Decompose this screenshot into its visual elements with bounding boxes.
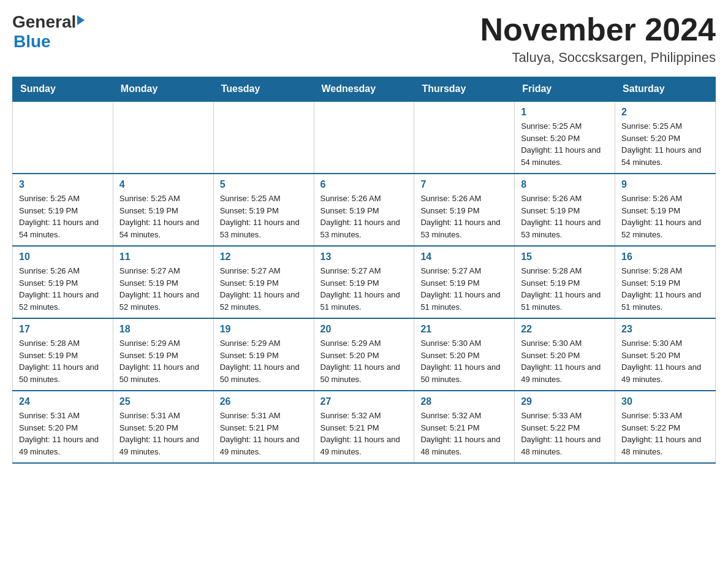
calendar-cell: 26Sunrise: 5:31 AMSunset: 5:21 PMDayligh…: [213, 391, 314, 463]
calendar-week-3: 10Sunrise: 5:26 AMSunset: 5:19 PMDayligh…: [13, 246, 716, 318]
calendar-cell: 21Sunrise: 5:30 AMSunset: 5:20 PMDayligh…: [414, 318, 515, 391]
day-info: Sunrise: 5:30 AMSunset: 5:20 PMDaylight:…: [420, 337, 508, 385]
day-number: 30: [621, 396, 709, 407]
calendar-week-1: 1Sunrise: 5:25 AMSunset: 5:20 PMDaylight…: [13, 101, 716, 174]
day-info: Sunrise: 5:29 AMSunset: 5:20 PMDaylight:…: [320, 337, 408, 385]
page-header: General Blue November 2024 Taluya, Soccs…: [12, 12, 716, 66]
day-info: Sunrise: 5:25 AMSunset: 5:19 PMDaylight:…: [220, 193, 308, 240]
day-number: 21: [420, 324, 508, 335]
day-info: Sunrise: 5:27 AMSunset: 5:19 PMDaylight:…: [320, 265, 408, 313]
day-number: 17: [19, 324, 107, 335]
calendar-cell: 2Sunrise: 5:25 AMSunset: 5:20 PMDaylight…: [615, 101, 716, 174]
day-info: Sunrise: 5:30 AMSunset: 5:20 PMDaylight:…: [621, 337, 709, 385]
day-info: Sunrise: 5:33 AMSunset: 5:22 PMDaylight:…: [521, 410, 609, 458]
day-number: 26: [220, 396, 308, 407]
calendar-header-wednesday: Wednesday: [314, 77, 414, 102]
calendar-cell: 19Sunrise: 5:29 AMSunset: 5:19 PMDayligh…: [213, 318, 314, 391]
calendar-cell: [113, 101, 213, 174]
calendar-cell: 15Sunrise: 5:28 AMSunset: 5:19 PMDayligh…: [515, 246, 615, 318]
calendar-cell: 16Sunrise: 5:28 AMSunset: 5:19 PMDayligh…: [615, 246, 716, 318]
calendar-cell: [314, 101, 414, 174]
day-info: Sunrise: 5:27 AMSunset: 5:19 PMDaylight:…: [220, 265, 308, 313]
calendar-cell: 23Sunrise: 5:30 AMSunset: 5:20 PMDayligh…: [615, 318, 716, 391]
day-number: 24: [19, 396, 107, 407]
calendar-cell: 27Sunrise: 5:32 AMSunset: 5:21 PMDayligh…: [314, 391, 414, 463]
calendar-header-thursday: Thursday: [414, 77, 515, 102]
calendar-week-2: 3Sunrise: 5:25 AMSunset: 5:19 PMDaylight…: [13, 174, 716, 246]
calendar-cell: 29Sunrise: 5:33 AMSunset: 5:22 PMDayligh…: [515, 391, 615, 463]
calendar-table: SundayMondayTuesdayWednesdayThursdayFrid…: [12, 77, 716, 464]
calendar-header-row: SundayMondayTuesdayWednesdayThursdayFrid…: [13, 77, 716, 102]
title-block: November 2024 Taluya, Soccsksargen, Phil…: [480, 12, 716, 66]
calendar-cell: 4Sunrise: 5:25 AMSunset: 5:19 PMDaylight…: [113, 174, 213, 246]
calendar-cell: 30Sunrise: 5:33 AMSunset: 5:22 PMDayligh…: [615, 391, 716, 463]
day-number: 9: [621, 179, 709, 190]
day-info: Sunrise: 5:28 AMSunset: 5:19 PMDaylight:…: [521, 265, 609, 313]
day-number: 15: [521, 251, 609, 262]
day-info: Sunrise: 5:26 AMSunset: 5:19 PMDaylight:…: [621, 193, 709, 240]
day-info: Sunrise: 5:32 AMSunset: 5:21 PMDaylight:…: [420, 410, 508, 458]
day-number: 23: [621, 324, 709, 335]
day-number: 14: [420, 251, 508, 262]
day-info: Sunrise: 5:26 AMSunset: 5:19 PMDaylight:…: [420, 193, 508, 240]
calendar-header-tuesday: Tuesday: [213, 77, 314, 102]
calendar-header-sunday: Sunday: [13, 77, 113, 102]
day-info: Sunrise: 5:31 AMSunset: 5:20 PMDaylight:…: [19, 410, 107, 458]
day-info: Sunrise: 5:28 AMSunset: 5:19 PMDaylight:…: [19, 337, 107, 385]
day-info: Sunrise: 5:26 AMSunset: 5:19 PMDaylight:…: [521, 193, 609, 240]
day-number: 27: [320, 396, 408, 407]
calendar-cell: [13, 101, 113, 174]
calendar-cell: 18Sunrise: 5:29 AMSunset: 5:19 PMDayligh…: [113, 318, 213, 391]
day-info: Sunrise: 5:30 AMSunset: 5:20 PMDaylight:…: [521, 337, 609, 385]
calendar-header-friday: Friday: [515, 77, 615, 102]
day-number: 8: [521, 179, 609, 190]
logo-blue-text: Blue: [13, 32, 51, 52]
logo: General Blue: [12, 12, 85, 52]
calendar-cell: 11Sunrise: 5:27 AMSunset: 5:19 PMDayligh…: [113, 246, 213, 318]
day-info: Sunrise: 5:27 AMSunset: 5:19 PMDaylight:…: [420, 265, 508, 313]
day-number: 12: [220, 251, 308, 262]
calendar-header-saturday: Saturday: [615, 77, 716, 102]
calendar-cell: 8Sunrise: 5:26 AMSunset: 5:19 PMDaylight…: [515, 174, 615, 246]
day-number: 13: [320, 251, 408, 262]
day-number: 7: [420, 179, 508, 190]
day-info: Sunrise: 5:26 AMSunset: 5:19 PMDaylight:…: [19, 265, 107, 313]
calendar-cell: 12Sunrise: 5:27 AMSunset: 5:19 PMDayligh…: [213, 246, 314, 318]
calendar-cell: 10Sunrise: 5:26 AMSunset: 5:19 PMDayligh…: [13, 246, 113, 318]
day-number: 20: [320, 324, 408, 335]
calendar-week-5: 24Sunrise: 5:31 AMSunset: 5:20 PMDayligh…: [13, 391, 716, 463]
calendar-cell: [213, 101, 314, 174]
day-number: 5: [220, 179, 308, 190]
calendar-cell: 24Sunrise: 5:31 AMSunset: 5:20 PMDayligh…: [13, 391, 113, 463]
calendar-cell: 14Sunrise: 5:27 AMSunset: 5:19 PMDayligh…: [414, 246, 515, 318]
calendar-cell: 9Sunrise: 5:26 AMSunset: 5:19 PMDaylight…: [615, 174, 716, 246]
day-number: 18: [119, 324, 207, 335]
day-info: Sunrise: 5:26 AMSunset: 5:19 PMDaylight:…: [320, 193, 408, 240]
logo-arrow-icon: [77, 15, 85, 25]
calendar-cell: 1Sunrise: 5:25 AMSunset: 5:20 PMDaylight…: [515, 101, 615, 174]
day-number: 3: [19, 179, 107, 190]
day-number: 1: [521, 107, 609, 118]
day-info: Sunrise: 5:29 AMSunset: 5:19 PMDaylight:…: [220, 337, 308, 385]
logo-general-text: General: [12, 12, 76, 32]
calendar-cell: 22Sunrise: 5:30 AMSunset: 5:20 PMDayligh…: [515, 318, 615, 391]
day-number: 28: [420, 396, 508, 407]
location-text: Taluya, Soccsksargen, Philippines: [480, 50, 716, 66]
day-number: 2: [621, 107, 709, 118]
calendar-cell: 25Sunrise: 5:31 AMSunset: 5:20 PMDayligh…: [113, 391, 213, 463]
calendar-cell: 5Sunrise: 5:25 AMSunset: 5:19 PMDaylight…: [213, 174, 314, 246]
calendar-header-monday: Monday: [113, 77, 213, 102]
calendar-week-4: 17Sunrise: 5:28 AMSunset: 5:19 PMDayligh…: [13, 318, 716, 391]
day-info: Sunrise: 5:25 AMSunset: 5:20 PMDaylight:…: [621, 120, 709, 168]
calendar-cell: 3Sunrise: 5:25 AMSunset: 5:19 PMDaylight…: [13, 174, 113, 246]
day-info: Sunrise: 5:25 AMSunset: 5:19 PMDaylight:…: [119, 193, 207, 240]
day-number: 16: [621, 251, 709, 262]
day-info: Sunrise: 5:28 AMSunset: 5:19 PMDaylight:…: [621, 265, 709, 313]
day-info: Sunrise: 5:31 AMSunset: 5:20 PMDaylight:…: [119, 410, 207, 458]
calendar-cell: 17Sunrise: 5:28 AMSunset: 5:19 PMDayligh…: [13, 318, 113, 391]
day-number: 11: [119, 251, 207, 262]
day-number: 22: [521, 324, 609, 335]
day-number: 10: [19, 251, 107, 262]
calendar-cell: 20Sunrise: 5:29 AMSunset: 5:20 PMDayligh…: [314, 318, 414, 391]
day-number: 25: [119, 396, 207, 407]
